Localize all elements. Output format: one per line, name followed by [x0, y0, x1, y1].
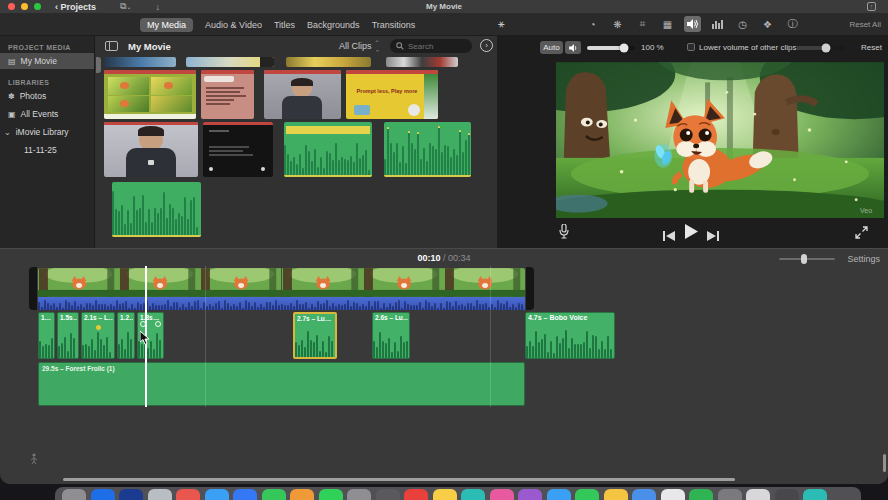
dock-icon[interactable] — [746, 489, 770, 500]
forward-circle-icon[interactable]: › — [480, 39, 493, 52]
audio-clip-3[interactable]: 1.2… — [117, 312, 135, 359]
share-icon[interactable]: ↑ — [867, 2, 876, 11]
color-balance-icon[interactable]: ◔ — [584, 16, 601, 32]
dock-icon[interactable] — [319, 489, 343, 500]
sidebar-item-all-events[interactable]: ▣ All Events — [0, 106, 94, 122]
audio-clip-6[interactable]: 2.6s – Lu… — [372, 312, 410, 359]
thumbnail-webcam-1[interactable] — [264, 70, 341, 119]
projects-back-button[interactable]: ‹ Projects — [55, 2, 96, 12]
thumbnail-strip-3[interactable] — [286, 57, 371, 67]
dock-icon[interactable] — [461, 489, 485, 500]
trim-handle-left[interactable] — [29, 267, 37, 310]
dock-icon[interactable] — [233, 489, 257, 500]
dock-icon[interactable] — [775, 489, 799, 500]
trim-handle-right[interactable] — [526, 267, 534, 310]
dock-icon[interactable] — [718, 489, 742, 500]
audio-clip-bobo-voice[interactable]: 4.7s – Bobo Voice — [525, 312, 615, 359]
timeline-horizontal-scrollbar[interactable] — [63, 478, 735, 481]
thumbnail-strip-1[interactable] — [104, 57, 176, 67]
enhance-wand-icon[interactable]: ⚹ — [498, 17, 505, 30]
fade-handle[interactable] — [155, 321, 161, 327]
timeline-settings-button[interactable]: Settings — [847, 254, 880, 264]
dock-icon[interactable] — [518, 489, 542, 500]
download-icon[interactable]: ↓ — [156, 2, 161, 12]
sidebar-item-my-movie[interactable]: ▤ My Movie — [0, 53, 94, 69]
tab-audio-video[interactable]: Audio & Video — [205, 20, 262, 30]
dock-icon[interactable] — [604, 489, 628, 500]
tab-backgrounds[interactable]: Backgrounds — [307, 20, 360, 30]
voiceover-mic-icon[interactable] — [559, 224, 569, 243]
sidebar-item-event-11-11-25[interactable]: 11-11-25 — [0, 142, 94, 158]
thumbnail-audio-3[interactable] — [112, 182, 201, 237]
music-clip-forest-frolic[interactable]: 29.5s – Forest Frolic (1) — [38, 362, 525, 406]
next-frame-button[interactable] — [707, 227, 719, 245]
audio-clip-1[interactable]: 1.5s… — [57, 312, 79, 359]
sidebar-item-photos[interactable]: ✽ Photos — [0, 88, 94, 104]
dock-icon[interactable] — [205, 489, 229, 500]
dock-icon[interactable] — [376, 489, 400, 500]
timeline-zoom-slider[interactable] — [779, 258, 835, 260]
thumbnail-promo[interactable]: Prompt less, Play more — [346, 70, 438, 119]
lower-volume-knob[interactable] — [821, 44, 830, 53]
chevron-down-icon[interactable]: ⌄ — [4, 128, 11, 137]
lower-volume-slider[interactable] — [797, 46, 845, 50]
thumbnail-audio-spiky[interactable] — [384, 122, 471, 177]
reset-all-button[interactable]: Reset All — [849, 20, 881, 29]
color-correction-icon[interactable]: ❋ — [609, 16, 626, 32]
audio-clip-5-selected[interactable]: 2.7s – Lu… — [293, 312, 337, 359]
sidebar-toggle-icon[interactable] — [105, 41, 118, 51]
video-audio-strip[interactable] — [38, 297, 525, 310]
dock-icon[interactable] — [575, 489, 599, 500]
noise-reduction-icon[interactable] — [709, 16, 726, 32]
thumbnail-code-window[interactable] — [203, 122, 273, 177]
dock-icon[interactable] — [262, 489, 286, 500]
mute-button[interactable] — [565, 41, 581, 54]
dock-icon[interactable] — [347, 489, 371, 500]
reset-button[interactable]: Reset — [861, 43, 882, 52]
thumbnail-strip-4[interactable] — [386, 57, 458, 67]
clip-filter-dropdown[interactable]: All Clips ⌃⌃ — [339, 41, 380, 51]
stabilization-icon[interactable]: ▦ — [659, 16, 676, 32]
import-media-icon[interactable]: ⧉⌄ — [120, 1, 131, 12]
tab-my-media[interactable]: My Media — [140, 18, 193, 32]
dock-icon[interactable] — [91, 489, 115, 500]
dock-icon[interactable] — [148, 489, 172, 500]
search-input[interactable] — [408, 42, 466, 51]
dock-icon[interactable] — [803, 489, 827, 500]
zoom-slider-knob[interactable] — [801, 254, 807, 264]
sidebar-item-imovie-library[interactable]: ⌄ iMovie Library — [0, 124, 94, 140]
play-button[interactable] — [683, 224, 698, 243]
browser-scroll-handle[interactable] — [96, 57, 101, 73]
audio-clip-2[interactable]: 2.1s – L… — [81, 312, 115, 359]
dock-icon[interactable] — [632, 489, 656, 500]
crop-icon[interactable]: ⌗ — [634, 16, 651, 32]
audio-clip-0[interactable]: 1… — [38, 312, 55, 359]
volume-icon[interactable] — [684, 16, 701, 32]
timeline-vertical-scrollbar[interactable] — [883, 454, 886, 472]
dock-icon[interactable] — [661, 489, 685, 500]
dock-icon[interactable] — [490, 489, 514, 500]
thumbnail-webcam-2[interactable] — [104, 122, 198, 177]
volume-slider-knob[interactable] — [620, 44, 629, 53]
dock-icon[interactable] — [119, 489, 143, 500]
tab-titles[interactable]: Titles — [274, 20, 295, 30]
dock-icon[interactable] — [404, 489, 428, 500]
zoom-window-button[interactable] — [34, 3, 41, 10]
thumbnail-strip-2[interactable] — [186, 57, 274, 67]
dock-icon[interactable] — [547, 489, 571, 500]
previous-frame-button[interactable] — [663, 227, 675, 245]
thumbnail-fox-grid[interactable] — [104, 70, 196, 119]
close-window-button[interactable] — [8, 3, 15, 10]
dock-icon[interactable] — [689, 489, 713, 500]
speed-icon[interactable]: ◷ — [734, 16, 751, 32]
video-clip-filmstrip[interactable] — [38, 268, 525, 297]
keyframe-dot[interactable] — [96, 325, 101, 330]
tab-transitions[interactable]: Transitions — [372, 20, 416, 30]
dock-icon[interactable] — [433, 489, 457, 500]
dock-icon[interactable] — [176, 489, 200, 500]
fullscreen-icon[interactable] — [855, 225, 868, 243]
minimize-window-button[interactable] — [21, 3, 28, 10]
thumbnail-audio-loud[interactable] — [284, 122, 372, 177]
volume-slider[interactable] — [587, 46, 635, 50]
dock-icon[interactable] — [290, 489, 314, 500]
